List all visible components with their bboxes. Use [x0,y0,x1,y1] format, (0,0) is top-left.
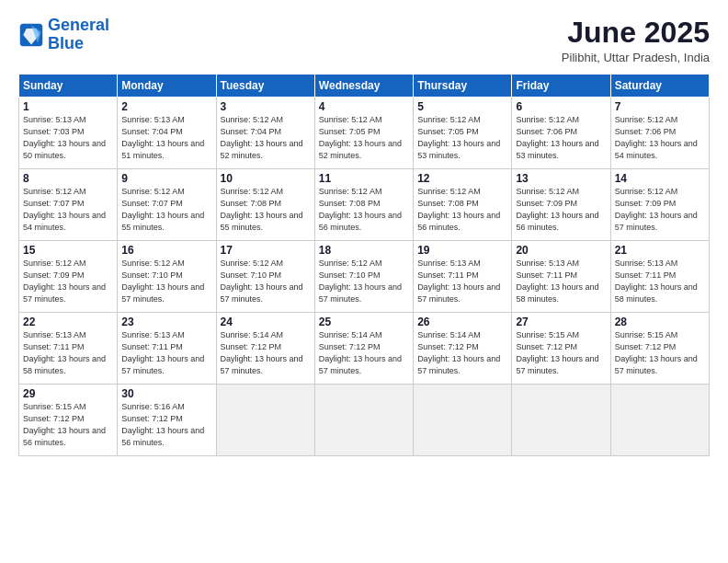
day-detail: Sunrise: 5:12 AMSunset: 7:05 PMDaylight:… [417,115,500,160]
day-detail: Sunrise: 5:15 AMSunset: 7:12 PMDaylight:… [23,402,106,447]
day-number: 4 [319,100,409,113]
table-row: 2Sunrise: 5:13 AMSunset: 7:04 PMDaylight… [118,98,216,169]
table-row: 3Sunrise: 5:12 AMSunset: 7:04 PMDaylight… [216,98,314,169]
calendar-week-1: 1Sunrise: 5:13 AMSunset: 7:03 PMDaylight… [19,98,710,169]
day-detail: Sunrise: 5:15 AMSunset: 7:12 PMDaylight:… [516,330,598,375]
table-row: 21Sunrise: 5:13 AMSunset: 7:11 PMDayligh… [610,241,709,313]
day-detail: Sunrise: 5:14 AMSunset: 7:12 PMDaylight:… [319,330,402,375]
calendar-week-3: 15Sunrise: 5:12 AMSunset: 7:09 PMDayligh… [19,241,710,313]
table-row: 22Sunrise: 5:13 AMSunset: 7:11 PMDayligh… [19,313,118,385]
day-number: 3 [221,100,311,113]
day-number: 25 [319,316,409,328]
table-row: 26Sunrise: 5:14 AMSunset: 7:12 PMDayligh… [414,313,512,385]
day-number: 30 [121,387,211,400]
table-row: 15Sunrise: 5:12 AMSunset: 7:09 PMDayligh… [19,241,118,313]
day-detail: Sunrise: 5:13 AMSunset: 7:11 PMDaylight:… [417,259,500,304]
table-row: 23Sunrise: 5:13 AMSunset: 7:11 PMDayligh… [118,313,216,385]
logo-text: General Blue [48,17,109,53]
table-row [216,385,314,456]
table-row: 13Sunrise: 5:12 AMSunset: 7:09 PMDayligh… [512,169,610,241]
table-row: 30Sunrise: 5:16 AMSunset: 7:12 PMDayligh… [118,385,216,456]
header: General Blue June 2025 Pilibhit, Uttar P… [18,17,710,64]
day-number: 8 [23,172,113,185]
calendar-week-2: 8Sunrise: 5:12 AMSunset: 7:07 PMDaylight… [19,169,710,241]
day-number: 2 [121,100,211,113]
day-detail: Sunrise: 5:12 AMSunset: 7:07 PMDaylight:… [121,187,204,232]
day-detail: Sunrise: 5:12 AMSunset: 7:06 PMDaylight:… [516,115,598,160]
table-row: 11Sunrise: 5:12 AMSunset: 7:08 PMDayligh… [314,169,413,241]
day-detail: Sunrise: 5:16 AMSunset: 7:12 PMDaylight:… [121,402,204,447]
table-row [512,385,610,456]
day-detail: Sunrise: 5:12 AMSunset: 7:10 PMDaylight:… [319,259,402,304]
day-number: 10 [221,172,311,185]
col-monday: Monday [118,75,216,98]
table-row: 8Sunrise: 5:12 AMSunset: 7:07 PMDaylight… [19,169,118,241]
day-detail: Sunrise: 5:12 AMSunset: 7:08 PMDaylight:… [319,187,402,232]
col-wednesday: Wednesday [314,75,413,98]
table-row: 1Sunrise: 5:13 AMSunset: 7:03 PMDaylight… [19,98,118,169]
day-number: 20 [516,244,606,257]
day-detail: Sunrise: 5:14 AMSunset: 7:12 PMDaylight:… [417,330,500,375]
table-row: 25Sunrise: 5:14 AMSunset: 7:12 PMDayligh… [314,313,413,385]
table-row: 16Sunrise: 5:12 AMSunset: 7:10 PMDayligh… [118,241,216,313]
day-detail: Sunrise: 5:12 AMSunset: 7:04 PMDaylight:… [221,115,303,160]
table-row [610,385,709,456]
day-number: 18 [319,244,409,257]
calendar-week-4: 22Sunrise: 5:13 AMSunset: 7:11 PMDayligh… [19,313,710,385]
table-row: 5Sunrise: 5:12 AMSunset: 7:05 PMDaylight… [414,98,512,169]
table-row: 29Sunrise: 5:15 AMSunset: 7:12 PMDayligh… [19,385,118,456]
table-row: 4Sunrise: 5:12 AMSunset: 7:05 PMDaylight… [314,98,413,169]
day-number: 9 [121,172,211,185]
col-saturday: Saturday [610,75,709,98]
calendar-week-5: 29Sunrise: 5:15 AMSunset: 7:12 PMDayligh… [19,385,710,456]
col-tuesday: Tuesday [216,75,314,98]
page: General Blue June 2025 Pilibhit, Uttar P… [0,0,728,563]
day-detail: Sunrise: 5:12 AMSunset: 7:10 PMDaylight:… [221,259,303,304]
day-number: 27 [516,316,606,328]
day-detail: Sunrise: 5:12 AMSunset: 7:07 PMDaylight:… [23,187,106,232]
calendar-table: Sunday Monday Tuesday Wednesday Thursday… [18,74,710,456]
table-row: 12Sunrise: 5:12 AMSunset: 7:08 PMDayligh… [414,169,512,241]
day-number: 6 [516,100,606,113]
day-detail: Sunrise: 5:12 AMSunset: 7:10 PMDaylight:… [121,259,204,304]
day-detail: Sunrise: 5:12 AMSunset: 7:05 PMDaylight:… [319,115,402,160]
day-detail: Sunrise: 5:13 AMSunset: 7:11 PMDaylight:… [23,330,106,375]
month-title: June 2025 [562,17,710,49]
day-detail: Sunrise: 5:12 AMSunset: 7:09 PMDaylight:… [23,259,106,304]
day-detail: Sunrise: 5:12 AMSunset: 7:08 PMDaylight:… [221,187,303,232]
table-row: 18Sunrise: 5:12 AMSunset: 7:10 PMDayligh… [314,241,413,313]
day-number: 1 [23,100,113,113]
day-number: 5 [417,100,507,113]
day-number: 26 [417,316,507,328]
table-row: 20Sunrise: 5:13 AMSunset: 7:11 PMDayligh… [512,241,610,313]
table-row: 7Sunrise: 5:12 AMSunset: 7:06 PMDaylight… [610,98,709,169]
day-number: 21 [615,244,705,257]
day-number: 28 [615,316,705,328]
day-number: 23 [121,316,211,328]
table-row: 27Sunrise: 5:15 AMSunset: 7:12 PMDayligh… [512,313,610,385]
day-number: 11 [319,172,409,185]
day-number: 15 [23,244,113,257]
day-detail: Sunrise: 5:12 AMSunset: 7:09 PMDaylight:… [516,187,598,232]
day-detail: Sunrise: 5:15 AMSunset: 7:12 PMDaylight:… [615,330,698,375]
day-number: 24 [221,316,311,328]
day-detail: Sunrise: 5:14 AMSunset: 7:12 PMDaylight:… [221,330,303,375]
table-row: 17Sunrise: 5:12 AMSunset: 7:10 PMDayligh… [216,241,314,313]
logo: General Blue [18,17,109,53]
table-row: 19Sunrise: 5:13 AMSunset: 7:11 PMDayligh… [414,241,512,313]
table-row [314,385,413,456]
day-number: 12 [417,172,507,185]
day-number: 14 [615,172,705,185]
col-sunday: Sunday [19,75,118,98]
day-number: 19 [417,244,507,257]
table-row: 28Sunrise: 5:15 AMSunset: 7:12 PMDayligh… [610,313,709,385]
table-row: 6Sunrise: 5:12 AMSunset: 7:06 PMDaylight… [512,98,610,169]
day-detail: Sunrise: 5:12 AMSunset: 7:09 PMDaylight:… [615,187,698,232]
logo-icon [18,22,44,48]
day-number: 16 [121,244,211,257]
header-row: Sunday Monday Tuesday Wednesday Thursday… [19,75,710,98]
col-thursday: Thursday [414,75,512,98]
day-detail: Sunrise: 5:13 AMSunset: 7:11 PMDaylight:… [615,259,698,304]
day-detail: Sunrise: 5:12 AMSunset: 7:08 PMDaylight:… [417,187,500,232]
day-number: 29 [23,387,113,400]
